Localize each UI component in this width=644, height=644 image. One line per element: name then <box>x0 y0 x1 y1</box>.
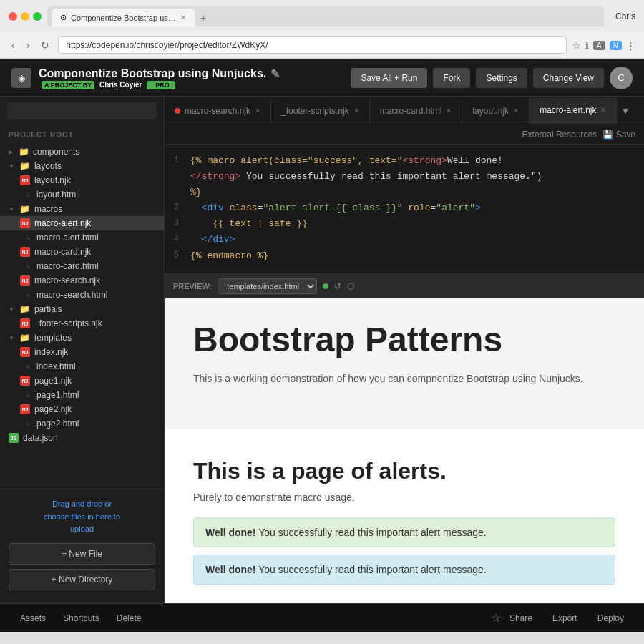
tab-close-icon[interactable]: ✕ <box>513 107 519 114</box>
new-tab-button[interactable]: + <box>195 9 212 26</box>
sidebar-item-macro-card-njk[interactable]: NJ macro-card.njk <box>0 245 164 259</box>
sidebar-item-index-html[interactable]: ↳ index.html <box>0 359 164 374</box>
sidebar-item-macros[interactable]: ▼ 📁 macros <box>0 202 164 216</box>
sidebar-item-macro-search-html[interactable]: ↳ macro-search.html <box>0 288 164 302</box>
extension-icon-2[interactable]: N <box>610 41 622 50</box>
tab-macro-alert-njk[interactable]: macro-alert.njk ✕ <box>530 98 617 124</box>
sidebar-item-macro-search-njk[interactable]: NJ macro-search.njk <box>0 273 164 288</box>
tab-dot <box>175 108 180 114</box>
arrow-icon: ↳ <box>26 263 31 270</box>
sidebar-item-templates[interactable]: ▼ 📁 templates <box>0 331 164 345</box>
preview-subheading: This is a page of alerts. <box>193 458 615 484</box>
code-toolbar: External Resources 💾 Save <box>165 125 644 145</box>
address-bar[interactable]: https://codepen.io/chriscoyier/project/e… <box>58 36 567 54</box>
new-directory-button[interactable]: + New Directory <box>9 569 155 590</box>
fork-button[interactable]: Fork <box>433 68 470 88</box>
tab-macro-search[interactable]: macro-search.njk ✕ <box>165 99 271 123</box>
traffic-light-yellow[interactable] <box>21 12 29 21</box>
preview-label: PREVIEW: <box>173 282 212 291</box>
forward-button[interactable]: › <box>24 38 33 52</box>
preview-description: This is a working demonstration of how y… <box>193 371 615 386</box>
refresh-preview-icon[interactable]: ↺ <box>334 281 341 291</box>
folder-icon: 📁 <box>20 161 30 171</box>
browser-tab-active[interactable]: ⊙ Componentize Bootstrap usin... ✕ <box>52 9 195 26</box>
app-title: Componentize Bootstrap using Nunjucks. ✎ <box>39 67 351 81</box>
sidebar-item-macro-alert-html[interactable]: ↳ macro-alert.html <box>0 230 164 245</box>
arrow-icon: ↳ <box>26 421 31 427</box>
bottom-right-buttons: Share Export Deploy <box>501 608 633 629</box>
chevron-down-icon: ▼ <box>9 335 14 341</box>
sidebar-item-index-njk[interactable]: NJ index.njk <box>0 345 164 359</box>
star-icon[interactable]: ☆ <box>491 611 501 625</box>
njk-file-icon: NJ <box>20 318 30 328</box>
drag-drop-text: Drag and drop or choose files in here to… <box>9 498 155 536</box>
delete-button[interactable]: Delete <box>108 608 150 629</box>
bookmark-icon[interactable]: ☆ <box>572 40 581 51</box>
editor-layout: PROJECT ROOT ▶ 📁 components ▼ 📁 layouts … <box>0 97 644 603</box>
change-view-button[interactable]: Change View <box>533 68 604 88</box>
njk-file-icon: NJ <box>20 175 30 185</box>
export-button[interactable]: Export <box>544 608 586 629</box>
tab-layout-njk[interactable]: layout.njk ✕ <box>462 99 530 123</box>
code-line-3: 3 {{ text | safe }} <box>165 216 644 232</box>
tab-close-icon[interactable]: ✕ <box>353 107 359 114</box>
sidebar-item-layout-html[interactable]: ↳ layout.html <box>0 187 164 202</box>
menu-icon[interactable]: ⋮ <box>626 40 635 51</box>
traffic-light-green[interactable] <box>33 12 42 21</box>
codepen-icon: ◈ <box>18 72 26 84</box>
tabs-overflow-chevron[interactable]: ▾ <box>617 97 634 125</box>
arrow-icon: ↳ <box>26 392 31 399</box>
preview-panel: Bootstrap Patterns This is a working dem… <box>165 298 644 603</box>
file-tree: ▶ 📁 components ▼ 📁 layouts NJ layout.njk… <box>0 142 164 489</box>
tab-close-icon[interactable]: ✕ <box>180 14 186 21</box>
sidebar-item-page1-html[interactable]: ↳ page1.html <box>0 388 164 402</box>
sidebar-item-page2-njk[interactable]: NJ page2.njk <box>0 402 164 416</box>
extension-icon-1[interactable]: A <box>593 41 605 50</box>
arrow-icon: ↳ <box>26 364 31 370</box>
tab-macro-card-html[interactable]: macro-card.html ✕ <box>370 99 463 123</box>
alert-info-1: Well done! You successfully read this im… <box>193 555 615 585</box>
folder-icon: 📁 <box>19 147 29 157</box>
tab-close-icon[interactable]: ✕ <box>446 107 452 114</box>
preview-status-dot <box>323 283 328 289</box>
sidebar-item-layout-njk[interactable]: NJ layout.njk <box>0 173 164 187</box>
external-resources-button[interactable]: External Resources <box>522 130 597 140</box>
preview-file-select[interactable]: templates/index.html <box>218 278 317 294</box>
refresh-button[interactable]: ↻ <box>38 38 52 52</box>
alert-2-strong: Well done! <box>205 564 256 575</box>
code-editor[interactable]: 1 {% macro alert(class="success", text="… <box>165 145 644 273</box>
sidebar-item-layouts[interactable]: ▼ 📁 layouts <box>0 159 164 173</box>
sidebar-item-components[interactable]: ▶ 📁 components <box>0 145 164 159</box>
sidebar-item-macro-card-html[interactable]: ↳ macro-card.html <box>0 259 164 273</box>
open-external-icon[interactable]: ⬡ <box>347 281 354 291</box>
sidebar-item-page1-njk[interactable]: NJ page1.njk <box>0 374 164 388</box>
sidebar-item-footer-scripts[interactable]: NJ _footer-scripts.njk <box>0 316 164 331</box>
preview-bar: PREVIEW: templates/index.html ↺ ⬡ <box>165 273 644 298</box>
settings-button[interactable]: Settings <box>476 68 527 88</box>
json-file-icon: JS <box>9 433 19 443</box>
app-title-area: Componentize Bootstrap using Nunjucks. ✎… <box>39 67 351 89</box>
shortcuts-button[interactable]: Shortcuts <box>54 608 108 629</box>
traffic-light-red[interactable] <box>9 12 17 21</box>
tab-close-icon[interactable]: ✕ <box>600 106 606 114</box>
share-button[interactable]: Share <box>501 608 541 629</box>
back-button[interactable]: ‹ <box>9 38 18 52</box>
assets-button[interactable]: Assets <box>11 608 54 629</box>
app-header: ◈ Componentize Bootstrap using Nunjucks.… <box>0 59 644 97</box>
tab-footer-scripts[interactable]: _footer-scripts.njk ✕ <box>271 99 370 123</box>
new-file-button[interactable]: + New File <box>9 543 155 565</box>
save-all-run-button[interactable]: Save All + Run <box>351 68 427 88</box>
search-input[interactable] <box>7 102 157 119</box>
sidebar-item-data-json[interactable]: JS data.json <box>0 431 164 445</box>
folder-icon: 📁 <box>20 304 30 314</box>
save-icon[interactable]: 💾 Save <box>602 130 635 140</box>
sidebar-item-page2-html[interactable]: ↳ page2.html <box>0 416 164 431</box>
edit-title-icon[interactable]: ✎ <box>270 67 280 81</box>
tab-close-icon[interactable]: ✕ <box>255 107 260 114</box>
header-buttons: Save All + Run Fork Settings Change View… <box>351 67 633 89</box>
sidebar-item-macro-alert-njk[interactable]: NJ macro-alert.njk <box>0 216 164 230</box>
sidebar-item-partials[interactable]: ▼ 📁 partials <box>0 302 164 316</box>
user-avatar: C <box>610 67 633 89</box>
deploy-button[interactable]: Deploy <box>589 608 633 629</box>
info-icon[interactable]: ℹ <box>585 40 589 51</box>
